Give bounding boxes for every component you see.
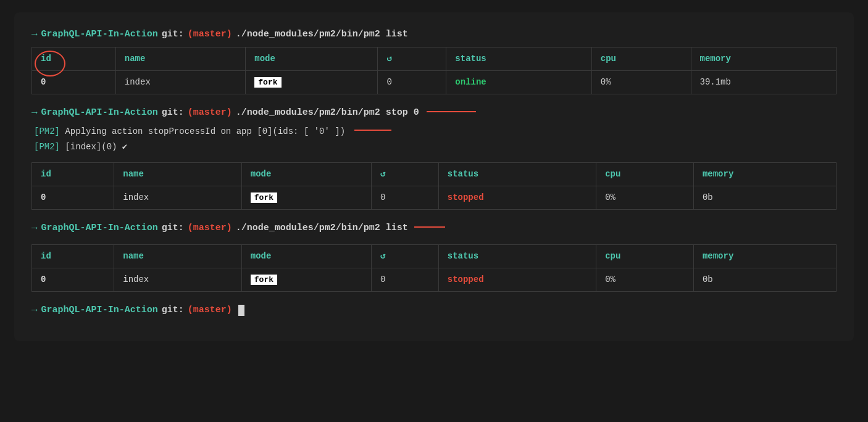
command-text-3: ./node_modules/pm2/bin/pm2 list	[236, 221, 408, 236]
section-6: → GraphQL-API-In-Action git:(master)	[31, 303, 837, 318]
pm2-label-1: [PM2]	[34, 126, 60, 136]
terminal-window: → GraphQL-API-In-Action git:(master) ./n…	[14, 12, 854, 341]
th-cpu-3: cpu	[596, 245, 694, 268]
git-branch-4: (master)	[188, 304, 232, 318]
th-id-2: id	[32, 163, 114, 186]
th-mode-3: mode	[241, 245, 371, 268]
td-cpu: 0%	[591, 71, 691, 94]
th-mode-1: mode	[246, 48, 378, 71]
status-online-badge: online	[455, 77, 486, 87]
td-restart-2: 0	[371, 186, 438, 210]
pm2-output-text-2: [index](0) ✔	[65, 142, 127, 152]
dir-name-2: GraphQL-API-In-Action	[41, 106, 158, 120]
git-branch-1: (master)	[188, 28, 232, 42]
prompt-line-2: → GraphQL-API-In-Action git:(master) ./n…	[31, 106, 837, 120]
git-label-1: git:	[162, 28, 184, 42]
th-cpu-2: cpu	[596, 163, 694, 186]
td-restart-3: 0	[371, 268, 438, 292]
fork-badge-2: fork	[251, 192, 277, 203]
pm2-output-text-1: Applying action stopProcessId on app [0]…	[65, 126, 345, 136]
th-id-3: id	[32, 245, 114, 268]
dir-name-1: GraphQL-API-In-Action	[41, 28, 158, 42]
td-cpu-3: 0%	[596, 268, 694, 292]
th-restart-1: ↺	[378, 48, 446, 71]
git-label-3: git:	[162, 221, 184, 236]
section-5: id name mode ↺ status cpu memory 0 index…	[31, 244, 837, 292]
section-2: → GraphQL-API-In-Action git:(master) ./n…	[31, 106, 837, 154]
th-memory-1: memory	[691, 48, 836, 71]
td-memory-2: 0b	[693, 186, 836, 210]
section-3: id name mode ↺ status cpu memory 0 index…	[31, 162, 837, 210]
td-status: online	[446, 71, 591, 94]
th-restart-2: ↺	[371, 163, 438, 186]
th-restart-3: ↺	[371, 245, 438, 268]
git-label-2: git:	[162, 106, 184, 120]
pm2-label-2: [PM2]	[34, 142, 60, 152]
th-memory-3: memory	[693, 245, 836, 268]
arrow-icon-1: →	[31, 27, 38, 42]
td-mode: fork	[246, 71, 378, 94]
arrow-icon-4: →	[31, 303, 38, 318]
status-stopped-badge-1: stopped	[448, 192, 484, 202]
section-1: → GraphQL-API-In-Action git:(master) ./n…	[31, 27, 837, 94]
th-status-2: status	[438, 163, 596, 186]
pm2-table-1: id name mode ↺ status cpu memory 0 index…	[31, 47, 837, 94]
pm2-output-line-1: [PM2] Applying action stopProcessId on a…	[31, 125, 837, 138]
td-cpu-2: 0%	[596, 186, 694, 210]
table-row: 0 index fork 0 stopped 0% 0b	[32, 186, 837, 210]
pm2-output-line-2: [PM2] [index](0) ✔	[31, 141, 837, 154]
git-branch-3: (master)	[188, 221, 232, 236]
td-mode-2: fork	[241, 186, 371, 210]
dir-name-3: GraphQL-API-In-Action	[41, 221, 158, 236]
td-status-2: stopped	[438, 186, 596, 210]
annotation-underline-1	[414, 226, 445, 228]
table-row: 0 index fork 0 stopped 0% 0b	[32, 268, 837, 292]
td-memory-3: 0b	[693, 268, 836, 292]
arrow-icon-2: →	[31, 106, 38, 120]
th-name-1: name	[115, 48, 246, 71]
annotation-arrow-2	[354, 130, 391, 131]
td-name: index	[115, 71, 246, 94]
td-name-2: index	[114, 186, 242, 210]
th-id-1: id	[32, 48, 116, 71]
table-wrapper-1: id name mode ↺ status cpu memory 0 index…	[31, 47, 837, 94]
td-name-3: index	[114, 268, 242, 292]
th-cpu-1: cpu	[591, 48, 691, 71]
th-memory-2: memory	[693, 163, 836, 186]
git-label-4: git:	[162, 304, 184, 318]
command-text-1: ./node_modules/pm2/bin/pm2 list	[236, 28, 408, 42]
arrow-icon-3: →	[31, 221, 38, 236]
th-status-1: status	[446, 48, 591, 71]
td-mode-3: fork	[241, 268, 371, 292]
td-memory: 39.1mb	[691, 71, 836, 94]
dir-name-4: GraphQL-API-In-Action	[41, 304, 158, 318]
table-row: 0 index fork 0 online 0% 39.1mb	[32, 71, 837, 94]
git-branch-2: (master)	[188, 106, 232, 120]
td-id-3: 0	[32, 268, 114, 292]
annotation-arrow-1	[427, 111, 476, 112]
status-stopped-badge-2: stopped	[448, 275, 484, 284]
fork-badge-3: fork	[251, 275, 277, 285]
pm2-table-2: id name mode ↺ status cpu memory 0 index…	[31, 162, 837, 210]
th-name-2: name	[114, 163, 242, 186]
prompt-line-1: → GraphQL-API-In-Action git:(master) ./n…	[31, 27, 837, 42]
th-name-3: name	[114, 245, 242, 268]
td-restart: 0	[378, 71, 446, 94]
pm2-table-3: id name mode ↺ status cpu memory 0 index…	[31, 244, 837, 292]
td-status-3: stopped	[438, 268, 596, 292]
command-text-2: ./node_modules/pm2/bin/pm2 stop 0	[236, 106, 419, 120]
prompt-line-4: → GraphQL-API-In-Action git:(master)	[31, 303, 837, 318]
table-wrapper-2: id name mode ↺ status cpu memory 0 index…	[31, 162, 837, 210]
td-id-2: 0	[32, 186, 114, 210]
fork-badge: fork	[254, 77, 281, 88]
td-id: 0	[32, 71, 116, 94]
th-status-3: status	[438, 245, 596, 268]
section-4: → GraphQL-API-In-Action git:(master) ./n…	[31, 221, 837, 236]
table-wrapper-3: id name mode ↺ status cpu memory 0 index…	[31, 244, 837, 292]
th-mode-2: mode	[241, 163, 371, 186]
prompt-line-3: → GraphQL-API-In-Action git:(master) ./n…	[31, 221, 837, 236]
terminal-cursor	[238, 305, 244, 316]
